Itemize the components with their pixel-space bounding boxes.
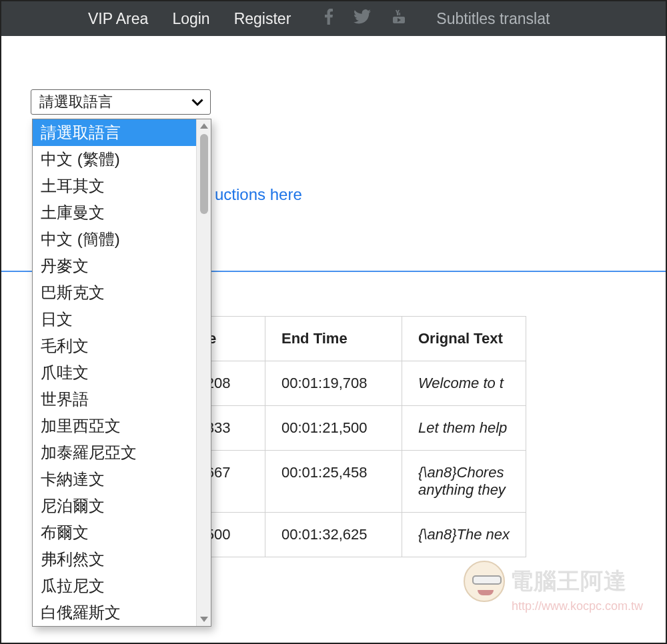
- dropdown-list: 請選取語言中文 (繁體)土耳其文土庫曼文中文 (簡體)丹麥文巴斯克文日文毛利文爪…: [33, 119, 196, 626]
- chevron-down-icon: [191, 93, 203, 111]
- dropdown-option[interactable]: 中文 (簡體): [33, 226, 196, 253]
- scroll-up-icon[interactable]: [200, 123, 208, 129]
- instructions-link[interactable]: uctions here: [215, 185, 302, 204]
- dropdown-scrollbar[interactable]: [196, 119, 211, 626]
- youtube-icon[interactable]: [391, 9, 407, 29]
- cell-end: 00:01:19,708: [265, 361, 402, 406]
- nav-subtitles-translate[interactable]: Subtitles translat: [436, 10, 550, 28]
- dropdown-option[interactable]: 加泰羅尼亞文: [33, 439, 196, 466]
- top-navbar: VIP Area Login Register Subtitles transl…: [1, 1, 666, 36]
- watermark-title: 電腦王阿達: [510, 566, 627, 597]
- language-select-value: 請選取語言: [39, 92, 113, 112]
- nav-register[interactable]: Register: [234, 10, 291, 28]
- dropdown-option[interactable]: 毛利文: [33, 333, 196, 359]
- cell-end: 00:01:25,458: [265, 451, 402, 513]
- dropdown-option[interactable]: 布爾文: [33, 519, 196, 546]
- dropdown-option[interactable]: 弗利然文: [33, 546, 196, 573]
- dropdown-option[interactable]: 尼泊爾文: [33, 493, 196, 519]
- dropdown-option[interactable]: 土庫曼文: [33, 199, 196, 226]
- cell-orig: {\an8}The nex: [402, 513, 526, 557]
- cell-end: 00:01:21,500: [265, 406, 402, 451]
- nav-vip[interactable]: VIP Area: [88, 10, 148, 28]
- col-orig: Orignal Text: [402, 317, 526, 361]
- dropdown-option[interactable]: 丹麥文: [33, 253, 196, 279]
- dropdown-option[interactable]: 土耳其文: [33, 173, 196, 199]
- dropdown-option[interactable]: 巴斯克文: [33, 279, 196, 306]
- watermark-url: http://www.kocpc.com.tw: [512, 599, 643, 613]
- cell-end: 00:01:32,625: [265, 513, 402, 557]
- cell-orig: Let them help: [402, 406, 526, 451]
- dropdown-option[interactable]: 加里西亞文: [33, 413, 196, 439]
- cell-orig: Welcome to t: [402, 361, 526, 406]
- dropdown-option[interactable]: 卡納達文: [33, 466, 196, 493]
- dropdown-option[interactable]: 中文 (繁體): [33, 146, 196, 173]
- dropdown-option[interactable]: 瓜拉尼文: [33, 573, 196, 599]
- scroll-thumb[interactable]: [200, 134, 208, 214]
- language-dropdown: 請選取語言中文 (繁體)土耳其文土庫曼文中文 (簡體)丹麥文巴斯克文日文毛利文爪…: [32, 119, 211, 627]
- dropdown-option[interactable]: 請選取語言: [33, 119, 196, 146]
- cell-orig: {\an8}Choresanything they: [402, 451, 526, 513]
- dropdown-option[interactable]: 世界語: [33, 386, 196, 413]
- watermark: 電腦王阿達 http://www.kocpc.com.tw: [464, 561, 643, 613]
- nav-login[interactable]: Login: [172, 10, 209, 28]
- watermark-avatar-icon: [464, 561, 505, 602]
- facebook-icon[interactable]: [324, 9, 334, 29]
- scroll-down-icon[interactable]: [200, 617, 208, 622]
- language-select[interactable]: 請選取語言: [31, 89, 211, 115]
- dropdown-option[interactable]: 爪哇文: [33, 359, 196, 386]
- col-end: End Time: [265, 317, 402, 361]
- dropdown-option[interactable]: 白俄羅斯文: [33, 599, 196, 626]
- twitter-icon[interactable]: [354, 9, 371, 28]
- main-content: 請選取語言: [1, 36, 666, 115]
- dropdown-option[interactable]: 日文: [33, 306, 196, 333]
- social-icons: [324, 9, 407, 29]
